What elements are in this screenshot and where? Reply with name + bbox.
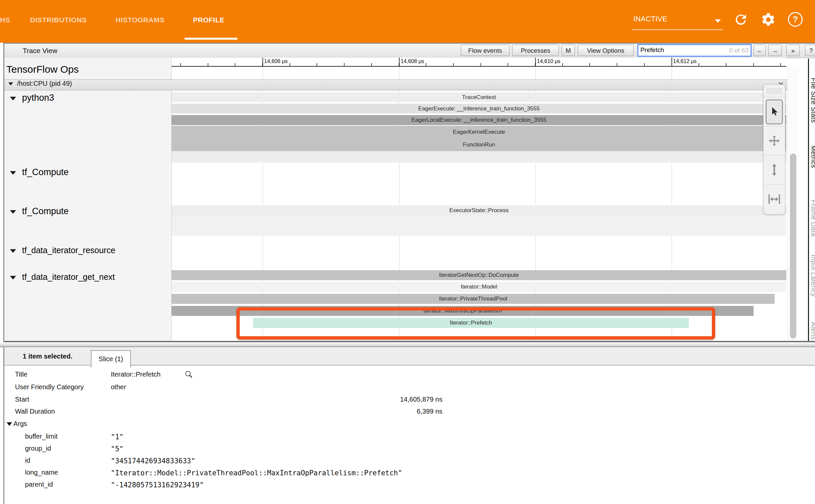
field-label: Title: [15, 371, 27, 378]
select-tool-selected-frame: [766, 99, 783, 124]
arg-key: long_name: [25, 469, 58, 476]
search-input[interactable]: [638, 45, 724, 55]
field-value: 6,399 ns: [417, 408, 442, 415]
flow-events-button[interactable]: Flow events: [461, 45, 510, 56]
trace-slice[interactable]: [172, 151, 786, 162]
select-tool-button[interactable]: [764, 97, 785, 126]
trace-slice[interactable]: IteratorGetNextOp::DoCompute: [172, 270, 786, 280]
trace-slice[interactable]: EagerExecute: __inference_train_function…: [172, 104, 786, 113]
zoom-tool-button[interactable]: [764, 155, 785, 184]
chevron-down-icon: [715, 19, 721, 23]
tab-slice[interactable]: Slice (1): [91, 350, 131, 368]
ruler-tick-label: 14,608 μs: [401, 58, 424, 64]
trace-slice[interactable]: Iterator::PrivateThreadPool: [172, 294, 775, 304]
view-options-button[interactable]: View Options: [578, 45, 634, 56]
trace-slice[interactable]: EagerLocalExecute: __inference_train_fun…: [172, 115, 786, 125]
active-tab-underline: [185, 38, 237, 40]
chevron-down-icon: [10, 276, 16, 280]
arg-value: "345174426934833633": [111, 457, 195, 465]
trace-slice[interactable]: Iterator::Model: [172, 282, 786, 292]
timing-tool-button[interactable]: [764, 184, 785, 213]
group-label: tf_data_iterator_get_next: [22, 272, 115, 282]
palette-drag-handle[interactable]: [764, 85, 785, 97]
trace-slice[interactable]: TraceContext: [172, 92, 786, 102]
field-label: User Friendly Category: [15, 383, 84, 391]
args-toggle-row[interactable]: Args: [0, 418, 815, 430]
find-prev-button[interactable]: ←: [754, 45, 766, 56]
sidebar-tab-input-latency[interactable]: Input Latency: [810, 255, 815, 297]
trace-help-button[interactable]: ?: [805, 45, 815, 56]
trace-slice-selected[interactable]: Iterator::Prefetch: [253, 318, 689, 328]
arg-value: "5": [111, 445, 124, 453]
run-selector-dropdown[interactable]: INACTIVE: [632, 10, 723, 30]
chevron-down-icon: [10, 171, 16, 175]
ruler-major-tick: [671, 58, 672, 66]
group-row-python3[interactable]: python3: [0, 93, 167, 105]
group-row-tf-compute-1[interactable]: tf_Compute: [0, 167, 167, 179]
arg-key: id: [25, 457, 30, 464]
group-label: tf_Compute: [22, 167, 69, 177]
arg-value: "-1428057513162923419": [111, 481, 204, 489]
ruler-tick-label: 14,610 μs: [537, 58, 561, 64]
sidebar-divider: [808, 59, 809, 347]
trace-slice[interactable]: ExecutorState::Process: [172, 205, 786, 215]
panel-splitter[interactable]: [0, 342, 815, 347]
detail-row-wall-duration: Wall Duration 6,399 ns: [0, 406, 815, 418]
ruler-major-tick: [262, 58, 263, 66]
sidebar-tab-file-size-stats[interactable]: File Size Stats: [810, 78, 815, 123]
sidebar-tab-alerts[interactable]: Alerts: [810, 322, 815, 340]
arg-row-parent-id: parent_id "-1428057513162923419": [0, 479, 815, 491]
tab-distributions[interactable]: DISTRIBUTIONS: [30, 14, 87, 26]
ruler-tick-label: 14,612 μs: [673, 58, 697, 64]
tensorflow-ops-title: TensorFlow Ops: [6, 64, 79, 75]
processes-button[interactable]: Processes: [512, 45, 559, 56]
tab-hs[interactable]: HS: [0, 14, 10, 26]
detail-row-title: Title Iterator::Prefetch: [0, 369, 815, 381]
tab-profile[interactable]: PROFILE: [193, 14, 225, 26]
group-row-tf-compute-2[interactable]: tf_Compute: [0, 206, 167, 218]
detail-row-category: User Friendly Category other: [0, 382, 815, 394]
settings-gear-icon[interactable]: [761, 12, 776, 27]
field-label: Wall Duration: [15, 408, 55, 415]
arg-row-id: id "345174426934833633": [0, 455, 815, 467]
refresh-icon[interactable]: [733, 12, 749, 27]
magnifier-icon[interactable]: [184, 370, 194, 381]
chevron-down-icon: [10, 97, 16, 100]
trace-canvas[interactable]: TraceContextEagerExecute: __inference_tr…: [172, 67, 786, 341]
help-icon[interactable]: ?: [788, 12, 803, 27]
trace-slice[interactable]: FunctionRun: [172, 138, 786, 151]
process-header-host-cpu[interactable]: /host:CPU (pid 49) X: [4, 79, 787, 90]
trace-slice[interactable]: [172, 215, 786, 236]
detail-row-start: Start 14,605,879 ns: [0, 394, 815, 406]
timeline-ruler: 14,606 μs14,608 μs14,610 μs14,612 μs: [172, 58, 786, 67]
arg-value: "Iterator::Model::PrivateThreadPool::Max…: [111, 469, 402, 477]
arg-row-buffer-limit: buffer_limit "1": [0, 431, 815, 443]
group-row-tf-data-iterator-get-next[interactable]: tf_data_iterator_get_next: [0, 272, 167, 284]
app-bar: HS DISTRIBUTIONS HISTOGRAMS PROFILE INAC…: [0, 0, 815, 43]
sidebar-tab-metrics[interactable]: Metrics: [810, 145, 815, 168]
chevron-down-icon: [8, 82, 13, 85]
selection-status: 1 item selected.: [23, 353, 72, 360]
sidebar-tab-frame-data[interactable]: Frame Data: [810, 200, 815, 237]
search-result-count: 0 of 63: [729, 47, 749, 54]
vertical-scrollbar-thumb[interactable]: [790, 153, 796, 339]
arg-row-group-id: group_id "5": [0, 443, 815, 455]
ruler-major-tick: [535, 58, 536, 66]
chevron-down-icon: [10, 249, 16, 253]
arg-key: group_id: [25, 445, 51, 452]
trace-view-title: Trace View: [23, 47, 57, 55]
find-next-button[interactable]: →: [768, 45, 782, 56]
more-button[interactable]: »: [786, 45, 800, 56]
group-label: tf_data_iterator_resource: [22, 245, 115, 255]
tab-histograms[interactable]: HISTOGRAMS: [116, 14, 165, 26]
search-box: 0 of 63: [637, 44, 752, 57]
vertical-scrollbar-track[interactable]: [787, 67, 799, 340]
ruler-major-tick: [399, 58, 400, 66]
trace-slice[interactable]: Iterator::MaxIntraOpParallelism: [172, 306, 754, 316]
vertical-zoom-icon: [769, 163, 780, 176]
m-button[interactable]: M: [562, 45, 575, 56]
trace-slice[interactable]: EagerKernelExecute: [172, 126, 786, 138]
group-row-tf-data-iterator-resource[interactable]: tf_data_iterator_resource: [0, 245, 167, 258]
pan-tool-button[interactable]: [764, 126, 785, 155]
args-label: Args: [13, 420, 27, 427]
